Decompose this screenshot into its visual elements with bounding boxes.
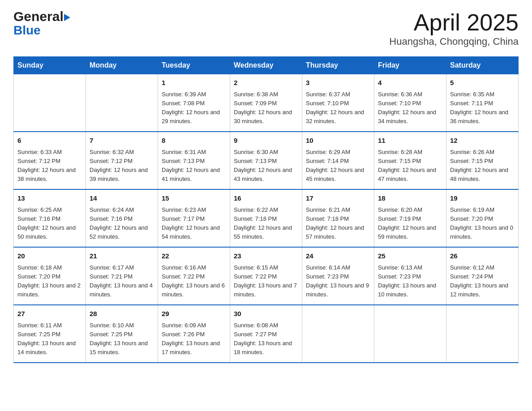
day-cell: 11Sunrise: 6:28 AMSunset: 7:15 PMDayligh… <box>374 132 446 189</box>
day-info: Sunrise: 6:31 AMSunset: 7:13 PMDaylight:… <box>162 148 226 184</box>
day-cell: 21Sunrise: 6:17 AMSunset: 7:21 PMDayligh… <box>86 247 158 305</box>
day-info: Sunrise: 6:08 AMSunset: 7:27 PMDaylight:… <box>234 321 298 357</box>
day-number: 12 <box>450 136 515 146</box>
weekday-header-wednesday: Wednesday <box>230 57 302 74</box>
day-cell: 28Sunrise: 6:10 AMSunset: 7:25 PMDayligh… <box>86 305 158 363</box>
day-cell: 26Sunrise: 6:12 AMSunset: 7:24 PMDayligh… <box>446 247 519 305</box>
day-info: Sunrise: 6:29 AMSunset: 7:14 PMDaylight:… <box>306 148 370 184</box>
day-info: Sunrise: 6:23 AMSunset: 7:17 PMDaylight:… <box>162 206 226 242</box>
day-number: 10 <box>306 136 370 146</box>
day-cell: 27Sunrise: 6:11 AMSunset: 7:25 PMDayligh… <box>14 305 86 363</box>
weekday-header-monday: Monday <box>86 57 158 74</box>
day-info: Sunrise: 6:10 AMSunset: 7:25 PMDaylight:… <box>90 321 154 357</box>
day-info: Sunrise: 6:30 AMSunset: 7:13 PMDaylight:… <box>234 148 298 184</box>
day-number: 17 <box>306 193 370 204</box>
logo-blue-text: Blue <box>13 23 41 38</box>
day-info: Sunrise: 6:22 AMSunset: 7:18 PMDaylight:… <box>234 206 298 242</box>
day-number: 13 <box>17 193 82 204</box>
day-cell: 24Sunrise: 6:14 AMSunset: 7:23 PMDayligh… <box>302 247 374 305</box>
week-row-4: 20Sunrise: 6:18 AMSunset: 7:20 PMDayligh… <box>14 247 519 305</box>
day-cell: 19Sunrise: 6:19 AMSunset: 7:20 PMDayligh… <box>446 189 519 247</box>
day-cell: 23Sunrise: 6:15 AMSunset: 7:22 PMDayligh… <box>230 247 302 305</box>
day-number: 6 <box>17 136 82 146</box>
week-row-2: 6Sunrise: 6:33 AMSunset: 7:12 PMDaylight… <box>14 132 519 189</box>
day-number: 8 <box>162 136 226 146</box>
day-info: Sunrise: 6:14 AMSunset: 7:23 PMDaylight:… <box>306 263 370 300</box>
day-cell: 10Sunrise: 6:29 AMSunset: 7:14 PMDayligh… <box>302 132 374 189</box>
day-number: 7 <box>90 136 154 146</box>
title-block: April 2025 Huangsha, Chongqing, China <box>389 9 519 47</box>
day-number: 25 <box>378 251 442 261</box>
day-info: Sunrise: 6:38 AMSunset: 7:09 PMDaylight:… <box>234 90 298 126</box>
day-info: Sunrise: 6:26 AMSunset: 7:15 PMDaylight:… <box>450 148 515 184</box>
day-cell: 12Sunrise: 6:26 AMSunset: 7:15 PMDayligh… <box>446 132 519 189</box>
day-number: 5 <box>450 78 515 88</box>
day-number: 14 <box>90 193 154 204</box>
day-info: Sunrise: 6:19 AMSunset: 7:20 PMDaylight:… <box>450 206 515 242</box>
logo: General Blue <box>13 9 70 38</box>
day-cell: 14Sunrise: 6:24 AMSunset: 7:16 PMDayligh… <box>86 189 158 247</box>
day-info: Sunrise: 6:37 AMSunset: 7:10 PMDaylight:… <box>306 90 370 126</box>
week-row-5: 27Sunrise: 6:11 AMSunset: 7:25 PMDayligh… <box>14 305 519 363</box>
day-info: Sunrise: 6:36 AMSunset: 7:10 PMDaylight:… <box>378 90 442 126</box>
weekday-header-thursday: Thursday <box>302 57 374 74</box>
day-cell: 29Sunrise: 6:09 AMSunset: 7:26 PMDayligh… <box>158 305 230 363</box>
day-info: Sunrise: 6:13 AMSunset: 7:23 PMDaylight:… <box>378 263 442 300</box>
day-info: Sunrise: 6:21 AMSunset: 7:18 PMDaylight:… <box>306 206 370 242</box>
day-cell <box>446 305 519 363</box>
month-year-title: April 2025 <box>389 9 519 36</box>
day-info: Sunrise: 6:11 AMSunset: 7:25 PMDaylight:… <box>17 321 82 357</box>
day-number: 15 <box>162 193 226 204</box>
day-cell: 6Sunrise: 6:33 AMSunset: 7:12 PMDaylight… <box>14 132 86 189</box>
day-number: 16 <box>234 193 298 204</box>
weekday-header-sunday: Sunday <box>14 57 86 74</box>
calendar-table: SundayMondayTuesdayWednesdayThursdayFrid… <box>13 56 519 363</box>
day-cell <box>302 305 374 363</box>
day-cell: 13Sunrise: 6:25 AMSunset: 7:16 PMDayligh… <box>14 189 86 247</box>
day-cell: 1Sunrise: 6:39 AMSunset: 7:08 PMDaylight… <box>158 74 230 132</box>
weekday-header-friday: Friday <box>374 57 446 74</box>
day-info: Sunrise: 6:28 AMSunset: 7:15 PMDaylight:… <box>378 148 442 184</box>
week-row-3: 13Sunrise: 6:25 AMSunset: 7:16 PMDayligh… <box>14 189 519 247</box>
day-info: Sunrise: 6:17 AMSunset: 7:21 PMDaylight:… <box>90 263 154 300</box>
day-number: 23 <box>234 251 298 261</box>
day-info: Sunrise: 6:39 AMSunset: 7:08 PMDaylight:… <box>162 90 226 126</box>
day-cell: 5Sunrise: 6:35 AMSunset: 7:11 PMDaylight… <box>446 74 519 132</box>
day-cell: 18Sunrise: 6:20 AMSunset: 7:19 PMDayligh… <box>374 189 446 247</box>
day-info: Sunrise: 6:15 AMSunset: 7:22 PMDaylight:… <box>234 263 298 300</box>
day-cell: 2Sunrise: 6:38 AMSunset: 7:09 PMDaylight… <box>230 74 302 132</box>
day-cell: 8Sunrise: 6:31 AMSunset: 7:13 PMDaylight… <box>158 132 230 189</box>
day-info: Sunrise: 6:18 AMSunset: 7:20 PMDaylight:… <box>17 263 82 300</box>
day-cell: 20Sunrise: 6:18 AMSunset: 7:20 PMDayligh… <box>14 247 86 305</box>
day-info: Sunrise: 6:20 AMSunset: 7:19 PMDaylight:… <box>378 206 442 242</box>
day-cell <box>14 74 86 132</box>
logo-general-text: General <box>13 9 64 24</box>
day-info: Sunrise: 6:12 AMSunset: 7:24 PMDaylight:… <box>450 263 515 300</box>
day-info: Sunrise: 6:32 AMSunset: 7:12 PMDaylight:… <box>90 148 154 184</box>
day-info: Sunrise: 6:16 AMSunset: 7:22 PMDaylight:… <box>162 263 226 300</box>
day-cell: 15Sunrise: 6:23 AMSunset: 7:17 PMDayligh… <box>158 189 230 247</box>
day-number: 3 <box>306 78 370 88</box>
day-number: 2 <box>234 78 298 88</box>
day-number: 1 <box>162 78 226 88</box>
day-cell <box>374 305 446 363</box>
day-number: 26 <box>450 251 515 261</box>
day-number: 20 <box>17 251 82 261</box>
day-cell: 3Sunrise: 6:37 AMSunset: 7:10 PMDaylight… <box>302 74 374 132</box>
page-header: General Blue April 2025 Huangsha, Chongq… <box>13 9 519 47</box>
day-cell: 22Sunrise: 6:16 AMSunset: 7:22 PMDayligh… <box>158 247 230 305</box>
day-number: 27 <box>17 309 82 319</box>
day-info: Sunrise: 6:24 AMSunset: 7:16 PMDaylight:… <box>90 206 154 242</box>
day-cell: 9Sunrise: 6:30 AMSunset: 7:13 PMDaylight… <box>230 132 302 189</box>
day-number: 28 <box>90 309 154 319</box>
day-number: 11 <box>378 136 442 146</box>
day-number: 4 <box>378 78 442 88</box>
day-number: 29 <box>162 309 226 319</box>
day-cell <box>86 74 158 132</box>
weekday-header-row: SundayMondayTuesdayWednesdayThursdayFrid… <box>14 57 519 74</box>
day-cell: 17Sunrise: 6:21 AMSunset: 7:18 PMDayligh… <box>302 189 374 247</box>
location-subtitle: Huangsha, Chongqing, China <box>389 36 519 47</box>
day-cell: 7Sunrise: 6:32 AMSunset: 7:12 PMDaylight… <box>86 132 158 189</box>
day-number: 22 <box>162 251 226 261</box>
day-number: 21 <box>90 251 154 261</box>
